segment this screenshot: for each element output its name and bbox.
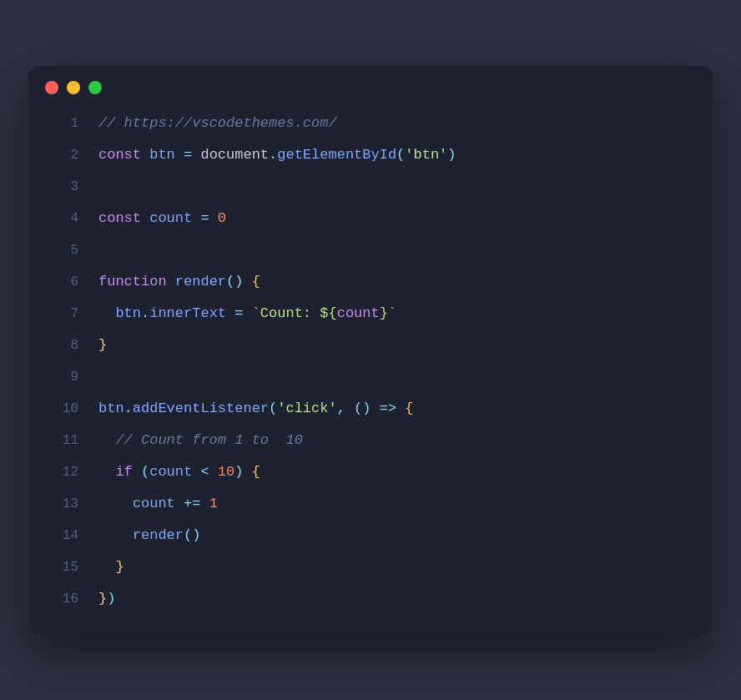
token-template: `Count: ${ <box>252 305 337 321</box>
code-line: 3 <box>48 171 693 203</box>
token-plain <box>200 496 209 511</box>
code-line: 2const btn = document.getElementById('bt… <box>48 139 693 171</box>
line-number: 6 <box>48 266 78 298</box>
code-content: // https://vscodethemes.com/ <box>98 108 337 139</box>
token-var: render <box>133 527 184 543</box>
token-string: 'click' <box>277 400 336 416</box>
token-var: btn <box>115 305 141 321</box>
code-content: if (count < 10) { <box>98 456 260 488</box>
code-line: 11 // Count from 1 to 10 <box>48 425 693 456</box>
token-brace: } <box>98 591 107 607</box>
code-content: const count = 0 <box>98 203 226 234</box>
titlebar <box>28 66 713 108</box>
code-line: 5 <box>48 234 693 266</box>
code-content: }) <box>98 583 115 615</box>
line-number: 8 <box>48 330 78 361</box>
token-brace: } <box>98 337 107 353</box>
token-punct: () <box>184 527 200 543</box>
code-line: 6function render() { <box>48 266 693 298</box>
token-keyword: function <box>98 274 175 290</box>
token-punct: ) <box>447 147 456 163</box>
code-content: } <box>98 551 124 583</box>
token-var: render <box>175 274 226 290</box>
line-number: 2 <box>48 139 78 171</box>
token-punct: ( <box>396 147 405 163</box>
code-area: 1// https://vscodethemes.com/2const btn … <box>28 108 713 615</box>
token-var: btn <box>98 400 124 416</box>
code-line: 9 <box>48 361 693 393</box>
token-brace: } <box>115 559 124 575</box>
code-content: btn.addEventListener('click', () => { <box>98 393 414 425</box>
token-eq: += <box>184 496 200 511</box>
token-punct: () <box>226 274 243 290</box>
token-eq: = <box>184 147 192 163</box>
token-number: 10 <box>218 464 234 480</box>
token-punct: ( <box>133 464 149 480</box>
token-punct: , () <box>337 400 371 416</box>
code-line: 4const count = 0 <box>48 203 693 234</box>
line-number: 12 <box>48 456 78 488</box>
token-punct: ) <box>234 464 243 480</box>
token-var: count <box>149 210 192 226</box>
code-line: 16}) <box>48 583 693 615</box>
line-number: 16 <box>48 583 78 615</box>
token-brace: { <box>405 400 413 416</box>
code-line: 12 if (count < 10) { <box>48 456 693 488</box>
token-punct: . <box>124 400 133 416</box>
close-button[interactable] <box>45 81 58 94</box>
line-number: 5 <box>48 234 78 266</box>
token-arrow: => <box>370 400 405 416</box>
token-keyword: const <box>98 147 149 163</box>
token-plain <box>192 464 200 480</box>
token-plain <box>243 464 251 480</box>
code-line: 14 render() <box>48 520 693 551</box>
token-punct: < <box>200 464 209 480</box>
token-indent <box>98 432 115 448</box>
token-number: 0 <box>218 210 226 226</box>
token-eq: = <box>200 210 209 226</box>
token-plain <box>192 210 200 226</box>
line-number: 3 <box>48 171 78 203</box>
token-keyword: if <box>115 464 132 480</box>
token-template: }` <box>380 305 396 321</box>
token-indent <box>98 559 115 575</box>
token-string: 'btn' <box>405 147 447 163</box>
code-line: 10btn.addEventListener('click', () => { <box>48 393 693 425</box>
line-number: 11 <box>48 425 78 456</box>
token-var: count <box>133 496 175 511</box>
token-plain <box>243 305 251 321</box>
code-line: 8} <box>48 330 693 361</box>
token-indent <box>98 496 133 511</box>
code-line: 15 } <box>48 551 693 583</box>
code-content: btn.innerText = `Count: ${count}` <box>98 298 396 330</box>
line-number: 1 <box>48 108 78 139</box>
token-indent <box>98 305 115 321</box>
token-punct: ( <box>269 400 277 416</box>
code-content: count += 1 <box>98 488 218 520</box>
code-line: 13 count += 1 <box>48 488 693 520</box>
token-eq: = <box>234 305 243 321</box>
minimize-button[interactable] <box>67 81 80 94</box>
maximize-button[interactable] <box>88 81 102 94</box>
code-line: 7 btn.innerText = `Count: ${count}` <box>48 298 693 330</box>
token-innertext: innerText <box>149 305 226 321</box>
line-number: 4 <box>48 203 78 234</box>
token-var: count <box>149 464 192 480</box>
line-number: 9 <box>48 361 78 393</box>
token-plain <box>175 496 184 511</box>
token-comment: // Count from 1 to 10 <box>115 432 302 448</box>
line-number: 15 <box>48 551 78 583</box>
token-keyword: const <box>98 210 149 226</box>
line-number: 13 <box>48 488 78 520</box>
token-punct: . <box>269 147 277 163</box>
code-content: render() <box>98 520 200 551</box>
token-plain <box>226 305 234 321</box>
token-method: getElementById <box>277 147 396 163</box>
token-indent <box>98 527 133 543</box>
code-content: function render() { <box>98 266 260 298</box>
token-brace: { <box>252 274 260 290</box>
line-number: 14 <box>48 520 78 551</box>
token-tvar: count <box>337 305 380 321</box>
token-plain <box>175 147 184 163</box>
code-content: // Count from 1 to 10 <box>98 425 303 456</box>
